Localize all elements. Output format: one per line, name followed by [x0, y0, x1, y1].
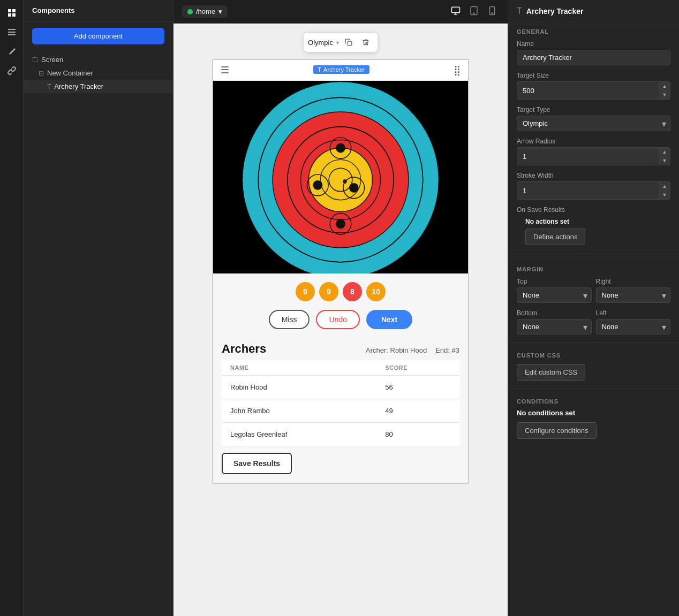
arrow-radius-spinner: ▲ ▼ — [659, 148, 670, 165]
col-name-header: NAME — [222, 360, 376, 376]
spinner-btns: ▲ ▼ — [659, 82, 670, 99]
table-row: Robin Hood 56 — [222, 376, 459, 399]
section-custom-css-label: CUSTOM CSS — [508, 347, 679, 361]
stroke-width-input[interactable] — [517, 182, 659, 199]
target-type-label: Target Type — [517, 106, 670, 113]
archers-header: Archers Archer: Robin Hood End: #3 — [222, 338, 459, 360]
stroke-width-label: Stroke Width — [517, 172, 670, 179]
container-icon: ⊡ — [39, 70, 44, 77]
svg-rect-0 — [8, 9, 11, 12]
main-content: /home ▾ Olympic ▾ — [173, 0, 508, 616]
list-icon[interactable] — [3, 24, 20, 41]
archers-title: Archers — [222, 342, 266, 356]
svg-rect-7 — [452, 7, 460, 13]
spinner-up[interactable]: ▲ — [659, 82, 670, 90]
next-button[interactable]: Next — [366, 310, 412, 329]
add-component-button[interactable]: Add component — [32, 28, 164, 44]
margin-right-field: Right None Small Medium Large — [596, 278, 671, 303]
text-icon: T — [47, 83, 51, 90]
define-actions-button[interactable]: Define actions — [525, 229, 585, 245]
panel-header: Components — [24, 0, 173, 21]
stroke-width-up[interactable]: ▲ — [659, 182, 670, 191]
component-tree: ☐ Screen ⊡ New Container T Archery Track… — [24, 51, 173, 95]
score-bubble-2: 9 — [319, 282, 338, 301]
left-sidebar — [0, 0, 24, 616]
panel-type-icon: T — [517, 6, 522, 16]
panel-title: Archery Tracker — [526, 7, 584, 16]
margin-left-label: Left — [596, 309, 671, 317]
save-results-button[interactable]: Save Results — [222, 453, 292, 474]
margin-right-select[interactable]: None Small Medium Large — [596, 287, 671, 303]
tree-item-screen[interactable]: ☐ Screen — [24, 53, 173, 66]
top-bar: /home ▾ — [173, 0, 508, 24]
margin-bottom-select[interactable]: None Small Medium Large — [517, 319, 592, 334]
arrow-radius-label: Arrow Radius — [517, 138, 670, 145]
tree-item-archery-tracker[interactable]: T Archery Tracker — [24, 80, 173, 93]
device-icons — [449, 4, 499, 20]
status-dot — [187, 9, 193, 14]
tablet-icon[interactable] — [467, 4, 481, 20]
section-conditions-label: CONDITIONS — [508, 393, 679, 407]
component-label: T Archery Tracker — [313, 65, 369, 74]
variant-chevron: ▾ — [336, 40, 339, 45]
target-type-select[interactable]: Olympic Standard — [517, 116, 670, 131]
arrow-radius-up[interactable]: ▲ — [659, 148, 670, 156]
svg-rect-6 — [8, 34, 16, 35]
svg-rect-5 — [8, 32, 16, 33]
home-path[interactable]: /home ▾ — [182, 5, 228, 18]
name-input[interactable] — [517, 50, 670, 65]
variant-select[interactable]: Olympic ▾ — [308, 39, 339, 47]
edit-css-button[interactable]: Edit custom CSS — [517, 364, 585, 381]
margin-right-select-wrapper: None Small Medium Large — [596, 287, 671, 303]
stroke-width-down[interactable]: ▼ — [659, 191, 670, 199]
right-panel-header: T Archery Tracker — [508, 0, 679, 23]
link-icon[interactable] — [3, 62, 20, 79]
tree-item-new-container[interactable]: ⊡ New Container — [24, 66, 173, 80]
grid-dots-icon[interactable]: ⣿ — [454, 64, 461, 76]
stroke-width-spinner: ▲ ▼ — [659, 182, 670, 199]
archery-target[interactable] — [213, 81, 468, 273]
miss-button[interactable]: Miss — [269, 310, 310, 329]
field-stroke-width: Stroke Width ▲ ▼ — [508, 169, 679, 203]
row2-name: John Rambo — [222, 399, 376, 423]
svg-point-33 — [313, 180, 322, 190]
margin-left-select[interactable]: None Small Medium Large — [596, 319, 671, 334]
svg-point-36 — [349, 183, 359, 193]
score-bubble-1: 9 — [296, 282, 315, 301]
on-save-results-group: On Save Results No actions set Define ac… — [508, 203, 679, 252]
col-score-header: SCORE — [376, 360, 459, 376]
table-row: John Rambo 49 — [222, 399, 459, 423]
copy-variant-button[interactable] — [341, 35, 356, 50]
arrow-radius-down[interactable]: ▼ — [659, 156, 670, 165]
no-conditions-status: No conditions set — [508, 407, 679, 419]
row2-score: 49 — [376, 399, 459, 423]
variant-label: Olympic — [308, 39, 333, 47]
arrow-radius-input[interactable] — [517, 148, 659, 165]
name-field-label: Name — [517, 40, 670, 48]
margin-left-field: Left None Small Medium Large — [596, 309, 671, 334]
margin-top-label: Top — [517, 278, 592, 285]
margin-top-select-wrapper: None Small Medium Large — [517, 287, 592, 303]
svg-point-9 — [473, 12, 474, 13]
canvas-area: Olympic ▾ ☰ T Archery Tracker ⣿ — [173, 24, 508, 616]
right-panel: T Archery Tracker GENERAL Name Target Si… — [508, 0, 679, 616]
home-path-text: /home — [196, 7, 215, 16]
delete-variant-button[interactable] — [358, 35, 373, 50]
field-target-type: Target Type Olympic Standard — [508, 103, 679, 134]
mobile-icon[interactable] — [485, 4, 499, 20]
scoring-row: 9 9 8 10 — [213, 273, 468, 306]
row3-score: 80 — [376, 423, 459, 446]
brush-icon[interactable] — [3, 43, 20, 60]
desktop-icon[interactable] — [449, 4, 463, 20]
hamburger-icon[interactable]: ☰ — [221, 64, 229, 76]
grid-icon[interactable] — [3, 4, 20, 21]
spinner-down[interactable]: ▼ — [659, 90, 670, 99]
score-bubble-3: 8 — [343, 282, 362, 301]
svg-rect-1 — [12, 9, 16, 12]
margin-top-select[interactable]: None Small Medium Large — [517, 287, 592, 303]
target-size-input[interactable] — [517, 82, 659, 99]
component-label-text: Archery Tracker — [323, 66, 365, 73]
configure-conditions-button[interactable]: Configure conditions — [517, 422, 597, 439]
margin-top-right: Top None Small Medium Large Right None S… — [508, 275, 679, 306]
undo-button[interactable]: Undo — [316, 310, 359, 329]
